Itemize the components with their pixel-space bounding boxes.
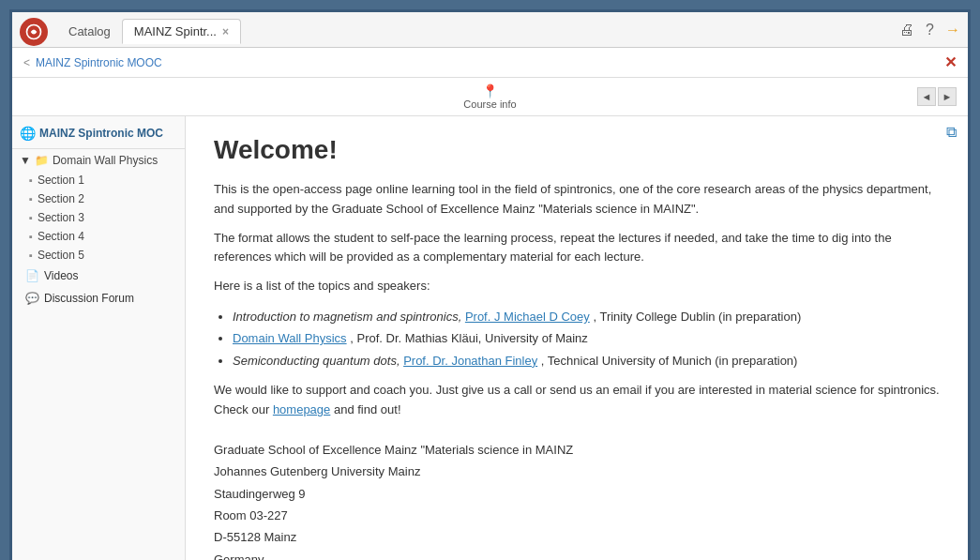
section1-icon: ▪ — [29, 174, 33, 186]
section3-label: Section 3 — [38, 211, 84, 224]
videos-label: Videos — [44, 269, 78, 282]
contact-line-3: Staudingerweg 9 — [214, 483, 940, 505]
page-heading: Welcome! — [214, 135, 940, 165]
forum-icon: 💬 — [25, 292, 39, 305]
tab-bar: Catalog MAINZ Spintr... × 🖨 ? → — [12, 12, 968, 48]
list-item-magnetism: Introduction to magnetism and spintronic… — [233, 306, 940, 327]
sidebar-videos[interactable]: 📄 Videos — [12, 264, 185, 286]
arrow-icon: ▼ — [20, 154, 31, 167]
section4-label: Section 4 — [38, 230, 84, 243]
bullet3-italic: Semiconducting quantum dots, — [233, 354, 400, 368]
intro-paragraph-2: The format allows the student to self-pa… — [214, 229, 940, 268]
forum-label: Discussion Forum — [44, 292, 134, 305]
catalog-tab[interactable]: Catalog — [57, 20, 122, 43]
bullet2-link[interactable]: Domain Wall Physics — [233, 331, 347, 345]
course-info-bar: 📍 Course info ◄ ► — [12, 78, 968, 116]
mainz-tab[interactable]: MAINZ Spintr... × — [122, 19, 241, 44]
tab-close-button[interactable]: × — [222, 25, 229, 38]
course-info-label: Course info — [463, 98, 516, 110]
homepage-link[interactable]: homepage — [273, 402, 330, 416]
list-item-quantum-dots: Semiconducting quantum dots, Prof. Dr. J… — [233, 350, 940, 371]
section3-icon: ▪ — [29, 212, 33, 223]
sidebar: 🌐 MAINZ Spintronic MOC ▼ 📁 Domain Wall P… — [12, 116, 186, 560]
course-info-center: 📍 Course info — [463, 83, 516, 110]
section4-icon: ▪ — [29, 231, 33, 242]
section1-label: Section 1 — [38, 174, 84, 187]
sidebar-section-1[interactable]: ▪ Section 1 — [12, 170, 185, 189]
breadcrumb-course-name[interactable]: MAINZ Spintronic MOOC — [36, 56, 162, 69]
bullet3-link[interactable]: Prof. Dr. Jonathan Finley — [403, 354, 537, 368]
print-icon[interactable]: 🖨 — [899, 22, 914, 38]
help-icon[interactable]: ? — [926, 22, 934, 38]
bullet2-rest: , Prof. Dr. Mathias Kläui, University of… — [350, 331, 588, 345]
topics-list: Introduction to magnetism and spintronic… — [233, 306, 940, 371]
section5-icon: ▪ — [29, 250, 33, 261]
toolbar-right: 🖨 ? → — [899, 22, 960, 42]
intro-paragraph-1: This is the open-access page online lear… — [214, 180, 940, 219]
expand-icon[interactable]: ⧉ — [946, 124, 957, 141]
login-icon[interactable]: → — [945, 22, 960, 38]
contact-info: Graduate School of Excellence Mainz "Mat… — [214, 439, 940, 560]
contact-line-5: D-55128 Mainz — [214, 526, 940, 548]
contact-line-2: Johannes Gutenberg University Mainz — [214, 461, 940, 482]
tab-label: MAINZ Spintr... — [134, 24, 217, 38]
contact-line-6: Germany — [214, 549, 940, 560]
support-paragraph: We would like to support and coach you. … — [214, 381, 940, 420]
domain-label: Domain Wall Physics — [53, 154, 158, 167]
topics-intro: Here is a list of the topics and speaker… — [214, 277, 940, 296]
course-info-nav: ◄ ► — [917, 87, 957, 106]
sidebar-discussion-forum[interactable]: 💬 Discussion Forum — [12, 286, 185, 309]
sidebar-title: 🌐 MAINZ Spintronic MOC — [12, 116, 185, 149]
bullet1-rest: , Trinity College Dublin (in preparation… — [593, 310, 801, 324]
contact-line-1: Graduate School of Excellence Mainz "Mat… — [214, 439, 940, 461]
sidebar-section-2[interactable]: ▪ Section 2 — [12, 189, 185, 207]
next-button[interactable]: ► — [938, 87, 957, 106]
support-text-post: and find out! — [334, 402, 401, 416]
breadcrumb-close-button[interactable]: ✕ — [944, 53, 957, 71]
prev-button[interactable]: ◄ — [917, 87, 936, 106]
app-window: Catalog MAINZ Spintr... × 🖨 ? → < MAINZ … — [9, 9, 971, 560]
back-arrow[interactable]: < — [23, 56, 30, 69]
main-area: 🌐 MAINZ Spintronic MOC ▼ 📁 Domain Wall P… — [12, 116, 968, 560]
list-item-domain-wall: Domain Wall Physics , Prof. Dr. Mathias … — [233, 327, 940, 349]
section2-icon: ▪ — [29, 193, 33, 204]
course-info-icon: 📍 — [482, 83, 498, 98]
sidebar-course-title: MAINZ Spintronic MOC — [39, 127, 163, 140]
sidebar-domain-physics[interactable]: ▼ 📁 Domain Wall Physics — [12, 149, 185, 170]
content-area: ⧉ Welcome! This is the open-access page … — [186, 116, 968, 560]
domain-folder-icon: 📁 — [35, 154, 49, 167]
sidebar-section-4[interactable]: ▪ Section 4 — [12, 226, 185, 245]
bullet1-italic: Introduction to magnetism and spintronic… — [233, 310, 461, 324]
bullet3-rest: , Technical University of Munich (in pre… — [541, 354, 798, 368]
section5-label: Section 5 — [38, 249, 84, 262]
breadcrumb: < MAINZ Spintronic MOOC ✕ — [12, 48, 968, 78]
contact-line-4: Room 03-227 — [214, 505, 940, 526]
sidebar-section-3[interactable]: ▪ Section 3 — [12, 207, 185, 226]
app-logo — [20, 18, 48, 46]
sidebar-section-5[interactable]: ▪ Section 5 — [12, 245, 185, 264]
globe-icon: 🌐 — [20, 126, 36, 141]
bullet1-link[interactable]: Prof. J Michael D Coey — [465, 310, 590, 324]
section2-label: Section 2 — [38, 192, 84, 205]
videos-icon: 📄 — [25, 269, 39, 282]
